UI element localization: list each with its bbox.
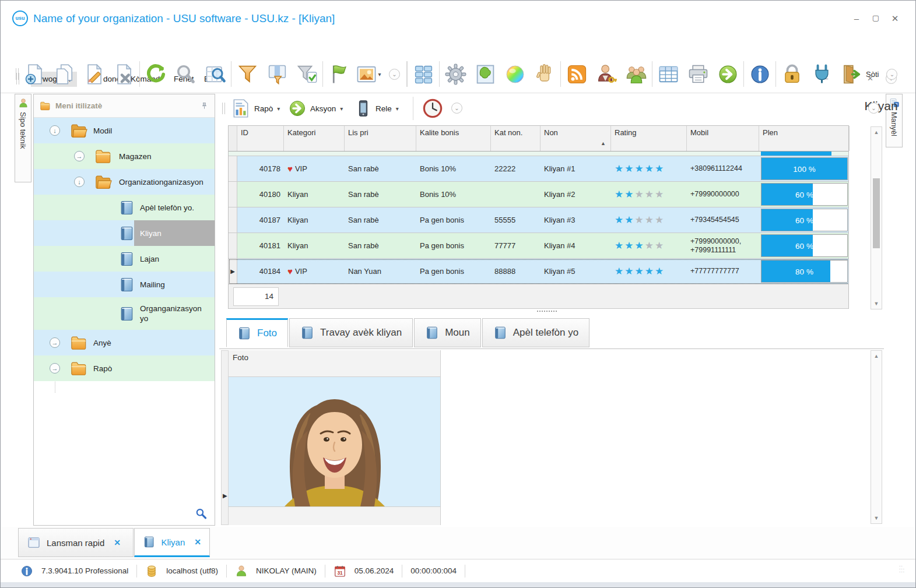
maximize-button[interactable]: ▢ — [868, 13, 883, 22]
doc-tab-lansman-rapid[interactable]: Lansman rapid ✕ — [18, 528, 134, 557]
rating-stars[interactable]: ★★★★★ — [611, 156, 687, 181]
column-header-plen[interactable]: Plen — [759, 126, 850, 151]
minimize-button[interactable]: – — [849, 13, 864, 23]
side-tab-support[interactable]: Sipo teknik — [15, 94, 31, 182]
rating-stars[interactable]: ★★★★★ — [611, 182, 687, 207]
expand-arrow-icon[interactable]: → — [50, 337, 60, 348]
edit-document-button[interactable] — [80, 59, 108, 89]
table-row[interactable]: 40187 Kliyan San rabè Pa gen bonis 55555… — [229, 207, 848, 233]
table-row[interactable]: 40181 Kliyan San rabè Pa gen bonis 77777… — [229, 233, 848, 259]
copy-document-button[interactable] — [50, 59, 78, 89]
color-theme-button[interactable] — [501, 59, 529, 89]
subbar-customize-chevron[interactable]: ⌄ — [451, 103, 462, 114]
pin-icon[interactable] — [200, 101, 209, 110]
toolbar-overflow-chevron[interactable]: ⌄ — [886, 69, 897, 80]
table-scrollbar[interactable]: ▲ ▼ — [871, 126, 882, 309]
tree-item-modil[interactable]: ↓ Modil — [34, 118, 215, 143]
users-group-icon — [626, 64, 647, 85]
rss-feed-button[interactable] — [563, 59, 591, 89]
filter-button[interactable] — [233, 59, 261, 89]
doc-tab-kliyan[interactable]: Kliyan ✕ — [134, 528, 210, 557]
close-button[interactable]: ✕ — [887, 13, 903, 24]
scroll-up-icon[interactable]: ▲ — [871, 353, 882, 359]
table-row-selected[interactable]: ▶ 40184 ♥VIP Nan Yuan Pa gen bonis 88888… — [229, 259, 848, 284]
sort-ascending-icon: ▲ — [601, 140, 606, 146]
person-icon — [18, 98, 29, 108]
tree-item-anye[interactable]: → Anyè — [34, 330, 215, 355]
column-header-mobil[interactable]: Mobil — [687, 126, 759, 151]
detail-scrollbar[interactable]: ▲ ▼ — [871, 350, 882, 524]
filter-apply-icon — [296, 64, 318, 85]
rating-stars[interactable]: ★★★★★ — [611, 259, 687, 284]
tree-search-icon[interactable] — [195, 508, 208, 520]
users-group-button[interactable] — [622, 59, 650, 89]
new-document-button[interactable] — [20, 59, 48, 89]
tree-item-magazen[interactable]: → Magazen — [34, 143, 215, 169]
column-header-kat-non[interactable]: Kat non. — [491, 126, 541, 151]
hand-pan-button[interactable] — [531, 59, 559, 89]
collapse-arrow-icon[interactable]: ↓ — [50, 125, 60, 136]
action-menu-button[interactable]: Aksyon▾ — [288, 94, 343, 123]
plug-button[interactable] — [808, 59, 836, 89]
client-photo[interactable] — [229, 377, 440, 506]
settings-button[interactable] — [441, 59, 469, 89]
rating-stars[interactable]: ★★★★★ — [611, 207, 687, 233]
tab-foto[interactable]: Foto — [226, 318, 288, 347]
tree-item-organganizasyon-yo[interactable]: Organganizasyon yo — [34, 297, 215, 330]
column-header-lis-pri[interactable]: Lis pri — [345, 126, 416, 151]
user-permissions-button[interactable] — [592, 59, 620, 89]
search-button[interactable] — [171, 59, 199, 89]
tab-apel-telefon-yo[interactable]: Apèl telefòn yo — [482, 318, 589, 347]
collapse-arrow-icon[interactable]: ↓ — [74, 177, 85, 187]
toolbar-grip[interactable] — [16, 68, 19, 80]
tab-travay-avek-kliyan[interactable]: Travay avèk kliyan — [289, 318, 413, 347]
call-menu-button[interactable]: Rele▾ — [355, 94, 399, 123]
info-button[interactable] — [746, 59, 774, 89]
tree-item-kliyan[interactable]: Kliyan — [34, 220, 215, 246]
search-grid-button[interactable] — [201, 59, 229, 89]
lock-button[interactable] — [778, 59, 806, 89]
column-header-non[interactable]: Non▲ — [541, 126, 611, 151]
rating-stars[interactable]: ★★★★★ — [611, 233, 687, 258]
flag-button[interactable] — [325, 59, 353, 89]
scroll-down-icon[interactable]: ▼ — [871, 515, 882, 521]
scrollbar-thumb[interactable] — [873, 178, 880, 248]
portrait-image — [229, 377, 440, 506]
scroll-down-icon[interactable]: ▼ — [871, 301, 882, 307]
table-row[interactable]: 40178 ♥VIP San rabè Bonis 10% 22222 Kliy… — [229, 156, 848, 182]
scheduler-button[interactable] — [422, 94, 443, 123]
column-header-kalite-bonis[interactable]: Kalite bonis — [416, 126, 491, 151]
table-row[interactable]: 40180 Kliyan San rabè Bonis 10% Kliyan #… — [229, 182, 848, 207]
toolbar-customize-chevron[interactable]: ⌄ — [389, 69, 400, 80]
refresh-button[interactable] — [142, 59, 170, 89]
report-menu-button[interactable]: Rapò▾ — [231, 94, 280, 123]
tree-item-rapo[interactable]: → Rapò — [34, 355, 215, 381]
expand-arrow-icon[interactable]: → — [50, 363, 60, 374]
exit-button[interactable]: Sòti — [837, 59, 882, 89]
filter-columns-button[interactable] — [263, 59, 291, 89]
tree-item-organizasyon[interactable]: ↓ Organizationganizasyon — [34, 169, 215, 195]
tab-moun[interactable]: Moun — [414, 318, 481, 347]
go-button[interactable] — [714, 59, 742, 89]
splitter-handle[interactable] — [537, 311, 557, 312]
scroll-up-icon[interactable]: ▲ — [871, 129, 882, 135]
map-button[interactable] — [471, 59, 499, 89]
tree-item-mailing[interactable]: Mailing — [34, 272, 215, 297]
tiles-view-button[interactable] — [409, 59, 437, 89]
tree-item-apel-telefon[interactable]: Apèl telefòn yo. — [34, 195, 215, 220]
column-header-kategori[interactable]: Kategori — [284, 126, 345, 151]
subbar-grip[interactable] — [222, 103, 225, 114]
title-customize-chevron[interactable]: ⌄ — [868, 103, 879, 114]
column-header-rating[interactable]: Rating — [611, 126, 687, 151]
print-button[interactable] — [684, 59, 712, 89]
picture-button[interactable]: ▾ — [355, 59, 382, 89]
close-icon[interactable]: ✕ — [194, 537, 201, 547]
table-view-button[interactable] — [654, 59, 682, 89]
filter-apply-button[interactable] — [293, 59, 321, 89]
column-header-id[interactable]: ID — [237, 126, 284, 151]
close-icon[interactable]: ✕ — [114, 538, 121, 547]
delete-document-button[interactable] — [110, 59, 138, 89]
resize-grip[interactable]: ∙∙∙∙∙∙∙∙ — [899, 565, 908, 574]
tree-item-lajan[interactable]: Lajan — [34, 246, 215, 272]
expand-arrow-icon[interactable]: → — [74, 151, 85, 161]
